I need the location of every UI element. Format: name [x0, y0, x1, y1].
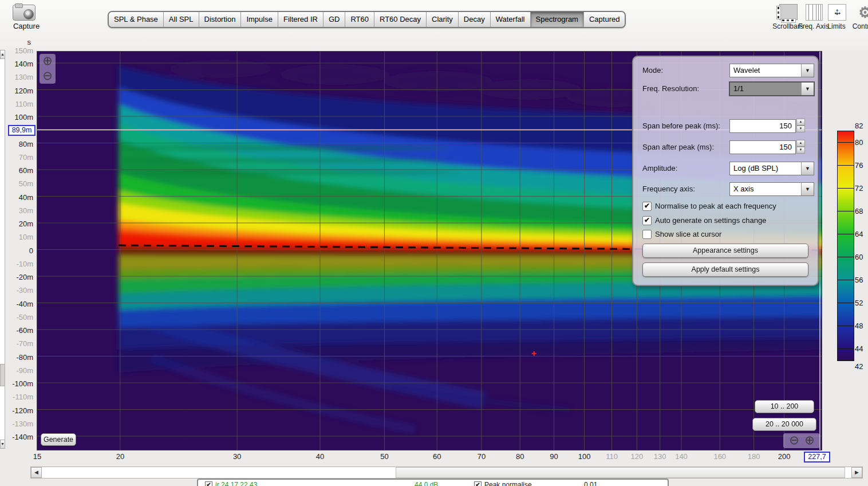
x-tick-label: 90 — [541, 452, 566, 461]
span-before-input[interactable]: 150 — [729, 119, 796, 133]
y-tick-label: -130m — [3, 420, 33, 428]
appearance-settings-button[interactable]: Appearance settings — [642, 244, 808, 258]
colorbar-segment — [838, 234, 854, 257]
y-tick-label: -30m — [3, 286, 33, 295]
span-before-spinner: ▲ ▼ — [796, 119, 805, 132]
frequency-scrollbar[interactable]: ◀ ▶ — [30, 467, 863, 479]
generate-button[interactable]: Generate — [41, 433, 76, 446]
spinner-up-icon[interactable]: ▲ — [796, 140, 805, 147]
tab-spectrogram[interactable]: Spectrogram — [531, 12, 584, 27]
tab-distortion[interactable]: Distortion — [199, 12, 242, 27]
zoom-out-freq-button[interactable]: ⊖ — [787, 433, 802, 447]
span-after-input[interactable]: 150 — [729, 140, 796, 154]
y-tick-label: 40m — [3, 193, 33, 202]
colorbar-segment — [838, 280, 854, 303]
chevron-down-icon[interactable]: ▼ — [801, 83, 814, 95]
zoom-in-freq-button[interactable]: ⊕ — [802, 433, 817, 447]
peak-normalise-label: Peak normalise — [484, 481, 532, 486]
colorbar-tick-label: 44 — [855, 344, 867, 353]
x-tick-label: 20 — [108, 452, 133, 461]
limits-tool[interactable]: ↔↕ Limits — [823, 3, 850, 30]
colorbar-tick-label: 76 — [855, 161, 867, 170]
controls-tool[interactable]: ⚙ Controls — [850, 3, 868, 30]
capture-label: Capture — [5, 22, 48, 30]
freq-axis-icon — [804, 3, 823, 21]
x-tick-label: 110 — [599, 452, 625, 461]
frequency-axis-dropdown[interactable]: X axis ▼ — [729, 182, 814, 196]
measurement-checkbox[interactable]: ✔ — [205, 481, 212, 486]
colorbar-tick-label: 60 — [855, 253, 867, 261]
x-tick-label: 70 — [469, 452, 494, 461]
chevron-down-icon[interactable]: ▼ — [801, 183, 814, 195]
spinner-down-icon[interactable]: ▼ — [796, 126, 805, 132]
x-tick-label: 80 — [507, 452, 532, 461]
spectrogram-plot[interactable]: ⊕ ⊖ ⊖ ⊕ Generate 10 .. 200 20 .. 20 000 … — [37, 52, 822, 450]
time-scrollbar-thumb[interactable] — [0, 364, 5, 386]
frequency-axis-label: Frequency axis: — [642, 185, 695, 193]
colorbar-tick-label: 56 — [855, 276, 867, 284]
tab-spl-phase[interactable]: SPL & Phase — [109, 12, 164, 27]
tab-waterfall[interactable]: Waterfall — [491, 12, 531, 27]
mode-dropdown[interactable]: Wavelet ▼ — [729, 64, 814, 77]
x-tick-label: 40 — [307, 452, 333, 461]
zoom-out-time-button[interactable]: ⊖ — [40, 69, 56, 84]
tab-captured[interactable]: Captured — [584, 12, 625, 27]
x-tick-label: 140 — [669, 452, 694, 461]
measurement-name: ir 24.17.22.43 — [215, 481, 257, 486]
y-tick-label: 30m — [3, 206, 33, 215]
freq-resolution-label: Freq. Resolution: — [642, 84, 699, 93]
y-tick-label: -120m — [3, 406, 33, 415]
scroll-down-icon[interactable]: ▼ — [0, 440, 5, 449]
apply-default-settings-button[interactable]: Apply default settings — [642, 262, 808, 277]
checkbox — [642, 230, 652, 239]
range-10-200-button[interactable]: 10 .. 200 — [755, 400, 814, 413]
colorbar-segment — [838, 303, 854, 326]
frequency-scrollbar-thumb[interactable] — [396, 467, 845, 478]
colorbar-segment — [838, 257, 854, 280]
scroll-right-icon[interactable]: ▶ — [851, 467, 862, 478]
scroll-left-icon[interactable]: ◀ — [31, 467, 42, 478]
y-tick-label: -80m — [3, 353, 33, 362]
chevron-down-icon[interactable]: ▼ — [801, 162, 814, 175]
spectrogram-settings-panel: Mode: Wavelet ▼ Freq. Resolution: 1/1 ▼ … — [632, 56, 819, 286]
tab-filtered-ir[interactable]: Filtered IR — [278, 12, 323, 27]
rew-spectrogram-window: { "toolbar": { "capture_label": "Capture… — [0, 0, 868, 486]
tab-gd[interactable]: GD — [323, 12, 346, 27]
scroll-up-icon[interactable]: ▲ — [0, 50, 5, 59]
tab-impulse[interactable]: Impulse — [241, 12, 278, 27]
colorbar-segment — [838, 131, 854, 143]
colorbar-segment — [838, 211, 854, 234]
capture-button[interactable]: Capture — [8, 3, 45, 32]
amplitude-label: Amplitude: — [642, 164, 677, 173]
mode-label: Mode: — [642, 66, 663, 75]
x-tick-label: 100 — [572, 452, 597, 461]
colorbar-segment — [838, 349, 854, 360]
colorbar-tick-label: 80 — [855, 138, 867, 147]
zoom-in-time-button[interactable]: ⊕ — [40, 54, 56, 69]
amplitude-dropdown[interactable]: Log (dB SPL) ▼ — [729, 162, 814, 175]
checkbox: ✔ — [642, 202, 652, 211]
y-tick-label: -50m — [3, 313, 33, 322]
freq-resolution-dropdown[interactable]: 1/1 ▼ — [729, 81, 815, 96]
colorbar-segment — [838, 189, 854, 211]
spinner-down-icon[interactable]: ▼ — [796, 147, 805, 154]
tab-decay[interactable]: Decay — [459, 12, 491, 27]
x-tick-label: 15 — [25, 452, 50, 461]
tab-rt60[interactable]: RT60 — [345, 12, 374, 27]
peak-normalise-value: 0.01 — [584, 481, 597, 486]
spinner-up-icon[interactable]: ▲ — [796, 119, 805, 126]
peak-normalise-checkbox[interactable]: ✔ — [474, 481, 482, 486]
tab-all-spl[interactable]: All SPL — [164, 12, 199, 27]
range-20-20000-button[interactable]: 20 .. 20 000 — [752, 418, 816, 431]
colorbar-min-label: 42 — [855, 362, 867, 371]
y-tick-label: 50m — [3, 179, 33, 188]
color-scale: 82 42 80767268646056524844 — [836, 120, 868, 378]
span-before-label: Span before peak (ms): — [642, 121, 720, 130]
tab-rt60-decay[interactable]: RT60 Decay — [374, 12, 427, 27]
chevron-down-icon[interactable]: ▼ — [801, 64, 814, 77]
tab-clarity[interactable]: Clarity — [427, 12, 459, 27]
colorbar-max-label: 82 — [855, 121, 867, 130]
x-tick-label: 180 — [741, 452, 767, 461]
gear-icon: ⚙ — [855, 3, 868, 21]
time-scrollbar[interactable]: ▲ ▼ — [0, 50, 5, 449]
